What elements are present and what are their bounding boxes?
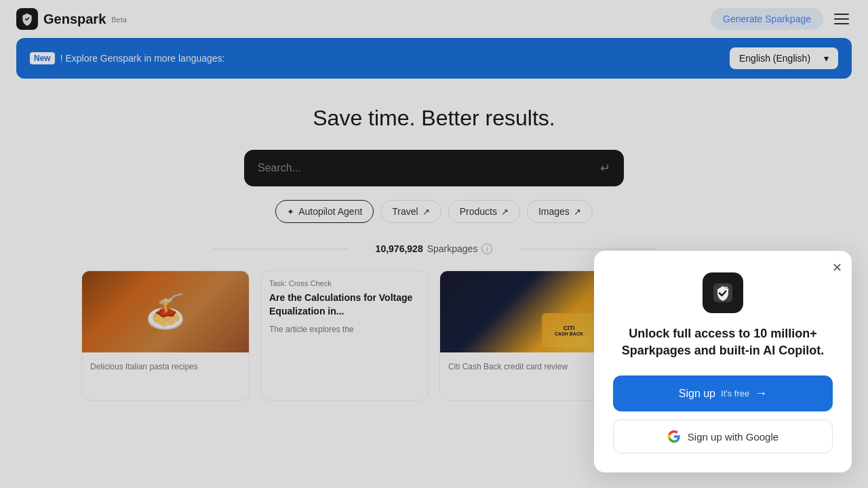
signup-google-button[interactable]: Sign up with Google <box>613 420 833 453</box>
google-icon <box>667 430 681 443</box>
signup-primary-button[interactable]: Sign up It's free → <box>613 375 833 411</box>
modal-app-icon <box>703 272 743 313</box>
signup-modal: ✕ Unlock full access to 10 million+ Spar… <box>594 251 852 472</box>
google-signup-label: Sign up with Google <box>688 431 778 443</box>
signup-arrow-icon: → <box>755 386 767 401</box>
signup-label: Sign up <box>679 388 715 400</box>
modal-title: Unlock full access to 10 million+ Sparkp… <box>613 325 833 359</box>
free-label: It's free <box>721 388 749 399</box>
modal-close-button[interactable]: ✕ <box>832 260 842 275</box>
